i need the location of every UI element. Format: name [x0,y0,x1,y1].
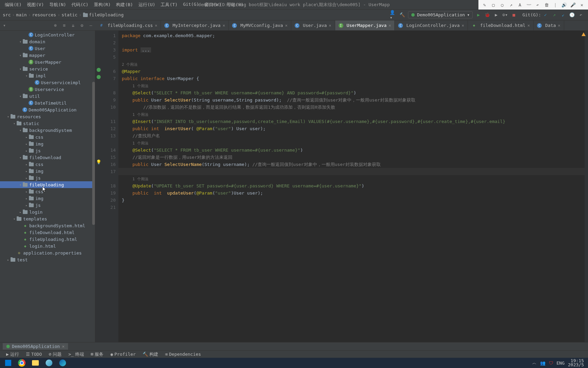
menu-item[interactable]: 构建(B) [113,2,135,8]
run-icon[interactable]: ▶ [475,11,482,19]
mic-mute-icon[interactable]: 🎤 [570,2,576,7]
edge-icon[interactable] [56,358,69,368]
menu-item[interactable]: 代码(C) [69,2,91,8]
git-history-icon[interactable]: 🕓 [568,11,576,19]
coverage-icon[interactable]: ▶ [492,11,500,19]
menu-item[interactable]: 重构(R) [91,2,113,8]
tray-shield-icon[interactable]: 🛡 [549,361,553,366]
tray-chevron-icon[interactable]: ︿ [532,360,537,366]
tree-item[interactable]: ▾templates [0,215,95,222]
editor-tab[interactable]: CMyInterceptor.java× [161,20,229,30]
tree-arrow-icon[interactable]: ▸ [24,203,29,207]
undo-icon[interactable]: ↶ [535,2,540,7]
close-icon[interactable]: ✕ [579,2,585,7]
clock-date[interactable]: 2023/5 [568,363,584,367]
tree-arrow-icon[interactable]: ▸ [24,142,29,146]
git-rollback-icon[interactable]: ↶ [577,11,585,19]
tree-item[interactable]: CUserserviceimpl [0,79,95,86]
tree-item[interactable]: ▾resources [0,113,95,120]
pencil-icon[interactable]: ✎ [482,2,487,7]
hammer-icon[interactable]: 🔨 [398,11,406,19]
trash-icon[interactable]: 🗑 [544,2,549,7]
tree-item[interactable]: ▾impl [0,72,95,79]
square-icon[interactable]: ▢ [491,2,496,7]
close-icon[interactable]: × [223,23,225,28]
editor-tab[interactable]: IUserMapper.java× [335,20,395,30]
close-icon[interactable]: × [558,23,560,28]
menu-item[interactable]: 视图(V) [24,2,46,8]
tree-arrow-icon[interactable]: ▸ [24,149,29,153]
toolwindow-button[interactable]: ☰TODO [22,352,45,357]
profile-icon[interactable]: ⊙▾ [501,11,509,19]
tree-item[interactable]: ◆login.html [0,243,95,249]
tree-arrow-icon[interactable]: ▸ [24,169,29,173]
editor-tab[interactable]: ◆fileDownload.html× [468,20,534,30]
tray-people-icon[interactable]: 👥 [540,361,545,366]
tree-item[interactable]: ▸css [0,134,95,140]
tree-item[interactable]: ▾backgroundSystem [0,127,95,134]
editor-tab[interactable]: CData× [534,20,564,30]
tree-arrow-icon[interactable]: ▾ [18,128,22,132]
tree-arrow-icon[interactable]: ▾ [18,67,22,71]
editor-tab[interactable]: CLoginController.java× [395,20,468,30]
app-icon[interactable] [42,358,56,368]
language-indicator[interactable]: ENG [557,361,565,366]
scrollbar-thumb[interactable] [92,82,95,225]
tree-arrow-icon[interactable]: ▾ [18,156,22,159]
tree-arrow-icon[interactable]: ▾ [24,74,29,78]
tree-item[interactable]: ▾static [0,120,95,127]
highlighter-icon[interactable]: 〰 [526,2,532,7]
breadcrumb-segment[interactable]: fileUploading [89,12,124,17]
sound-icon[interactable]: 🔊 [561,2,567,7]
close-icon[interactable]: × [155,23,157,28]
tree-arrow-icon[interactable]: ▸ [6,258,10,262]
editor-tab[interactable]: CMyMVCconfig.java× [229,20,291,30]
toolwindow-button[interactable]: >_终端 [65,351,87,357]
tree-arrow-icon[interactable]: ▸ [24,135,29,139]
circle-icon[interactable]: ○ [500,2,505,7]
breadcrumb-segment[interactable]: src [3,12,11,17]
explorer-icon[interactable] [29,358,42,368]
close-icon[interactable]: × [527,23,530,28]
toolwindow-button[interactable]: ⇉Dependencies [162,352,205,357]
breadcrumb-segment[interactable]: resources [32,12,56,17]
text-icon[interactable]: A [517,2,523,7]
tree-item[interactable]: ▾service [0,65,95,72]
tree-item[interactable]: ◆fileUploading.html [0,236,95,243]
tree-arrow-icon[interactable]: ▾ [18,183,22,187]
tree-arrow-icon[interactable]: ▸ [24,190,29,194]
tree-item[interactable]: ▸test [0,256,95,263]
tree-arrow-icon[interactable]: ▾ [12,217,16,221]
tree-item[interactable]: ▸img [0,140,95,147]
tree-item[interactable]: ▸css [0,188,95,195]
tree-item[interactable]: ▸js [0,174,95,181]
tree-item[interactable]: IUserMapper [0,59,95,65]
close-icon[interactable]: × [462,23,464,28]
arrow-icon[interactable]: ↗ [508,2,514,7]
tree-arrow-icon[interactable]: ▸ [18,210,22,214]
tree-arrow-icon[interactable]: ▾ [12,122,16,125]
tree-item[interactable]: ▾fileDownload [0,154,95,161]
locate-icon[interactable]: ⊕ [51,21,60,30]
tree-arrow-icon[interactable]: ▾ [6,115,10,119]
user-icon[interactable]: 👤▾ [390,11,397,19]
close-icon[interactable]: × [389,23,391,28]
start-button[interactable] [1,358,15,368]
code-editor[interactable]: 💡 12356789101112131415161718192021 packa… [95,31,588,342]
git-push-icon[interactable]: ↗ [551,11,558,19]
tree-item[interactable]: ▸css [0,161,95,168]
tree-arrow-icon[interactable]: ▸ [24,197,29,200]
tree-item[interactable]: ▾mapper [0,52,95,59]
toolwindow-button[interactable]: ▶运行 [3,351,22,357]
tree-item[interactable]: ◆backgroundSystem.html [0,222,95,229]
collapse-icon[interactable]: ⇊ [69,21,78,30]
tree-item[interactable]: ▸js [0,202,95,209]
tree-item[interactable]: CDemo005Application [0,106,95,113]
settings-icon[interactable]: ⚙ [78,21,86,30]
tree-item[interactable]: ◆fileDownload.html [0,229,95,236]
tree-arrow-icon[interactable]: ▸ [24,163,29,166]
error-stripe[interactable] [585,31,588,342]
git-update-icon[interactable]: ↙ [559,11,567,19]
breadcrumb-segment[interactable]: main [16,12,27,17]
stop-icon[interactable]: ■ [510,11,518,19]
